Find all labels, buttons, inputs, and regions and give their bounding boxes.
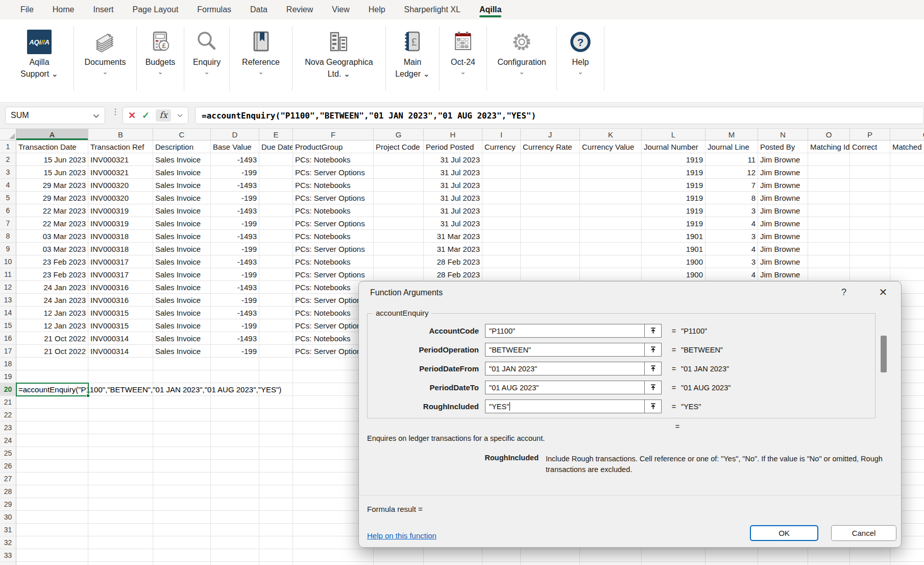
row-header-22[interactable]: 22	[0, 409, 16, 421]
cell-N5[interactable]: Jim Browne	[758, 192, 808, 204]
cell-C1[interactable]: Description	[153, 140, 211, 153]
cell-J33[interactable]	[521, 549, 580, 562]
cell-H8[interactable]: 31 Mar 2023	[424, 230, 482, 243]
ribbon-group-help[interactable]: ?Help⌄	[557, 19, 604, 102]
ribbon-group-budgets[interactable]: £Budgets⌄	[137, 19, 184, 102]
menu-item-data[interactable]: Data	[250, 0, 268, 19]
cell-B32[interactable]	[88, 536, 153, 549]
cell-K10[interactable]	[580, 255, 642, 268]
row-header-4[interactable]: 4	[0, 179, 16, 192]
cell-B10[interactable]: INV000317	[88, 255, 153, 268]
cell-D17[interactable]: -199	[211, 345, 259, 358]
cell-L34[interactable]	[642, 562, 706, 565]
cell-E8[interactable]	[259, 230, 293, 243]
cell-H6[interactable]: 31 Jul 2023	[424, 204, 482, 217]
cell-D3[interactable]: -199	[211, 166, 259, 179]
cell-D23[interactable]	[211, 421, 259, 434]
cell-P2[interactable]	[850, 153, 890, 166]
cell-A31[interactable]	[16, 524, 88, 536]
cell-A6[interactable]: 22 Mar 2023	[16, 204, 88, 217]
cell-C34[interactable]	[153, 562, 211, 565]
cell-K34[interactable]	[580, 562, 642, 565]
cell-I2[interactable]	[482, 153, 521, 166]
cell-G6[interactable]	[374, 204, 424, 217]
cell-M2[interactable]: 11	[706, 153, 758, 166]
cell-D24[interactable]	[211, 434, 259, 447]
cell-C25[interactable]	[153, 447, 211, 460]
cell-A14[interactable]: 12 Jan 2023	[16, 307, 88, 319]
cell-Q33[interactable]	[890, 549, 924, 562]
cell-P8[interactable]	[850, 230, 890, 243]
row-header-25[interactable]: 25	[0, 447, 16, 460]
cell-A11[interactable]: 23 Feb 2023	[16, 268, 88, 281]
cell-M7[interactable]: 4	[706, 217, 758, 230]
cell-C5[interactable]: Sales Invoice	[153, 192, 211, 204]
cell-F8[interactable]: PCs: Notebooks	[293, 230, 374, 243]
cell-M1[interactable]: Journal Line	[706, 140, 758, 153]
cell-D12[interactable]: -1493	[211, 281, 259, 294]
cell-Q2[interactable]	[890, 153, 924, 166]
cell-A10[interactable]: 23 Feb 2023	[16, 255, 88, 268]
cell-D4[interactable]: -1493	[211, 179, 259, 192]
cell-F4[interactable]: PCs: Notebooks	[293, 179, 374, 192]
column-header-F[interactable]: F	[293, 129, 374, 140]
row-header-19[interactable]: 19	[0, 370, 16, 383]
cell-Q5[interactable]	[890, 192, 924, 204]
cell-K11[interactable]	[580, 268, 642, 281]
cell-P11[interactable]	[850, 268, 890, 281]
row-header-7[interactable]: 7	[0, 217, 16, 230]
cell-Q6[interactable]	[890, 204, 924, 217]
cell-O4[interactable]	[808, 179, 850, 192]
cell-D16[interactable]: -1493	[211, 332, 259, 345]
column-header-L[interactable]: L	[642, 129, 706, 140]
insert-function-icon[interactable]: fx	[156, 109, 171, 122]
cell-D7[interactable]: -199	[211, 217, 259, 230]
cell-E11[interactable]	[259, 268, 293, 281]
cell-J1[interactable]: Currency Rate	[521, 140, 580, 153]
row-header-12[interactable]: 12	[0, 281, 16, 294]
cell-Q1[interactable]: Matched	[890, 140, 924, 153]
help-on-function-link[interactable]: Help on this function	[367, 531, 436, 540]
cell-E2[interactable]	[259, 153, 293, 166]
cell-N3[interactable]: Jim Browne	[758, 166, 808, 179]
cell-J4[interactable]	[521, 179, 580, 192]
cell-B15[interactable]: INV000315	[88, 319, 153, 332]
cell-M11[interactable]: 4	[706, 268, 758, 281]
cell-A4[interactable]: 29 Mar 2023	[16, 179, 88, 192]
cell-B19[interactable]	[88, 370, 153, 383]
cell-A17[interactable]: 21 Oct 2022	[16, 345, 88, 358]
row-header-3[interactable]: 3	[0, 166, 16, 179]
select-all-corner[interactable]	[0, 129, 16, 140]
row-header-27[interactable]: 27	[0, 473, 16, 485]
cell-D18[interactable]	[211, 358, 259, 370]
ribbon-group-nova-geographica-ltd[interactable]: Nova GeographicaLtd. ⌄	[293, 19, 385, 102]
cell-A8[interactable]: 03 Mar 2023	[16, 230, 88, 243]
cell-D13[interactable]: -199	[211, 294, 259, 307]
menu-item-insert[interactable]: Insert	[93, 0, 113, 19]
cell-D33[interactable]	[211, 549, 259, 562]
cell-E21[interactable]	[259, 396, 293, 409]
cell-N4[interactable]: Jim Browne	[758, 179, 808, 192]
cell-D11[interactable]: -199	[211, 268, 259, 281]
row-header-34[interactable]	[0, 562, 16, 565]
cell-Q11[interactable]	[890, 268, 924, 281]
cell-G2[interactable]	[374, 153, 424, 166]
row-header-24[interactable]: 24	[0, 434, 16, 447]
scrollbar-thumb[interactable]	[881, 336, 887, 372]
row-header-6[interactable]: 6	[0, 204, 16, 217]
cell-J10[interactable]	[521, 255, 580, 268]
cell-F33[interactable]	[293, 549, 374, 562]
cell-P7[interactable]	[850, 217, 890, 230]
cell-H5[interactable]: 31 Jul 2023	[424, 192, 482, 204]
column-header-M[interactable]: M	[706, 129, 758, 140]
cell-C30[interactable]	[153, 511, 211, 524]
cell-C17[interactable]: Sales Invoice	[153, 345, 211, 358]
cell-C14[interactable]: Sales Invoice	[153, 307, 211, 319]
cell-O33[interactable]	[808, 549, 850, 562]
row-header-11[interactable]: 11	[0, 268, 16, 281]
column-header-B[interactable]: B	[88, 129, 153, 140]
cell-B3[interactable]: INV000321	[88, 166, 153, 179]
cell-B22[interactable]	[88, 409, 153, 421]
cell-G4[interactable]	[374, 179, 424, 192]
row-header-23[interactable]: 23	[0, 421, 16, 434]
